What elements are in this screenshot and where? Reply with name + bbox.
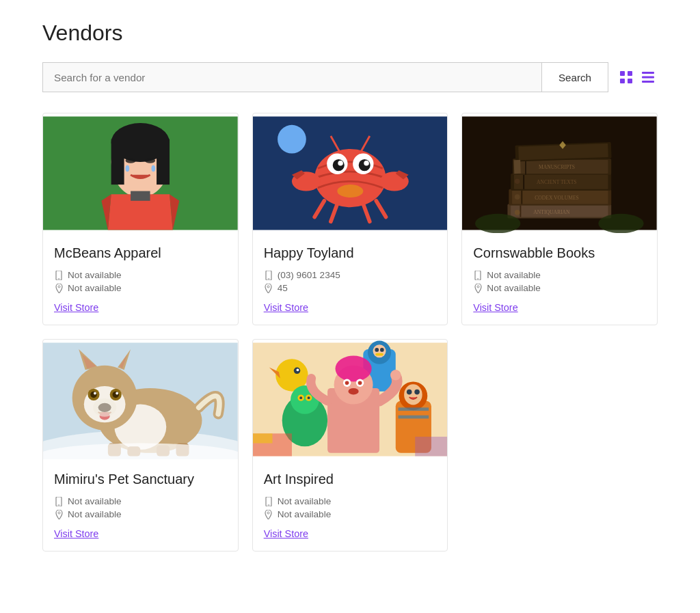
vendor-meta-mimiru: Not available Not available <box>54 496 227 519</box>
svg-point-104 <box>375 348 379 352</box>
svg-rect-16 <box>131 191 150 201</box>
vendor-location-art: Not available <box>264 509 437 519</box>
vendor-meta-toyland: (03) 9601 2345 45 <box>264 270 437 293</box>
svg-point-36 <box>337 185 363 197</box>
svg-rect-94 <box>58 504 60 505</box>
phone-icon-art <box>264 497 273 506</box>
svg-text:CODEX VOLUMES: CODEX VOLUMES <box>535 195 580 201</box>
vendor-info-mimiru: Mimiru's Pet Sanctuary Not available <box>43 459 238 551</box>
search-bar: Search <box>42 62 658 92</box>
location-icon-books <box>473 284 483 293</box>
vendor-card-toyland: Happy Toyland (03) 9601 2345 <box>252 113 448 325</box>
vendor-phone-art: Not available <box>264 496 437 506</box>
svg-point-115 <box>335 355 371 381</box>
svg-point-19 <box>58 286 60 288</box>
svg-point-112 <box>307 396 310 399</box>
svg-rect-65 <box>514 160 521 174</box>
svg-rect-11 <box>157 139 170 185</box>
page-container: Vendors Search <box>42 21 658 551</box>
svg-point-30 <box>332 159 344 171</box>
svg-rect-131 <box>415 437 447 456</box>
svg-point-31 <box>358 159 370 171</box>
svg-point-111 <box>299 396 302 399</box>
svg-rect-39 <box>267 278 269 279</box>
visit-store-mimiru[interactable]: Visit Store <box>54 528 98 539</box>
svg-point-61 <box>515 194 520 200</box>
vendors-grid: McBeans Apparel Not available <box>42 113 658 551</box>
svg-rect-127 <box>398 407 429 411</box>
list-icon <box>641 70 655 84</box>
svg-point-84 <box>116 392 118 395</box>
svg-rect-3 <box>628 79 632 83</box>
svg-rect-133 <box>267 504 269 505</box>
vendor-card-books: ANTIQUARIAN CODEX VOLUMES ANCIENT TEXTS <box>461 113 658 325</box>
svg-point-118 <box>345 381 349 385</box>
svg-rect-6 <box>642 81 654 83</box>
svg-point-32 <box>338 161 343 166</box>
search-input[interactable] <box>42 62 541 92</box>
svg-point-13 <box>145 158 155 163</box>
svg-point-81 <box>90 392 96 398</box>
svg-point-68 <box>477 286 479 288</box>
svg-point-126 <box>414 390 420 395</box>
vendor-name-art: Art Inspired <box>264 470 437 488</box>
vendor-phone-mcbeans: Not available <box>54 270 227 280</box>
svg-point-33 <box>364 161 369 166</box>
vendor-location-books: Not available <box>473 283 646 293</box>
vendor-meta-mcbeans: Not available Not available <box>54 270 227 293</box>
list-view-button[interactable] <box>638 68 658 87</box>
vendor-image-mimiru <box>43 340 238 459</box>
visit-store-books[interactable]: Visit Store <box>473 302 517 313</box>
svg-point-124 <box>404 384 422 405</box>
svg-text:ANCIENT TEXTS: ANCIENT TEXTS <box>537 179 576 185</box>
svg-rect-2 <box>620 79 625 83</box>
vendor-info-toyland: Happy Toyland (03) 9601 2345 <box>253 233 448 325</box>
svg-point-95 <box>58 512 60 514</box>
svg-point-120 <box>348 388 358 394</box>
svg-rect-5 <box>642 77 654 79</box>
svg-point-63 <box>475 214 520 233</box>
vendor-location-mcbeans: Not available <box>54 283 227 293</box>
svg-text:MANUSCRIPTS: MANUSCRIPTS <box>539 164 575 170</box>
vendor-card-mimiru: Mimiru's Pet Sanctuary Not available <box>42 339 239 551</box>
vendor-image-toyland <box>253 113 448 233</box>
vendor-card-art: Art Inspired Not available <box>252 339 448 551</box>
vendor-meta-art: Not available Not available <box>264 496 437 519</box>
vendor-name-books: Cornswabble Books <box>473 244 646 262</box>
svg-point-87 <box>93 398 116 417</box>
svg-point-119 <box>358 381 362 385</box>
svg-point-21 <box>314 149 386 207</box>
vendor-card-mcbeans: McBeans Apparel Not available <box>42 113 239 325</box>
location-icon-toyland <box>264 284 273 293</box>
view-toggle <box>617 68 658 87</box>
svg-point-83 <box>94 392 96 395</box>
svg-rect-18 <box>58 278 60 279</box>
visit-store-art[interactable]: Visit Store <box>264 528 308 539</box>
svg-point-15 <box>151 165 155 172</box>
vendor-location-toyland: 45 <box>264 283 437 293</box>
svg-point-37 <box>278 125 306 154</box>
svg-point-121 <box>390 370 401 380</box>
phone-icon-books <box>473 271 483 280</box>
svg-point-100 <box>296 368 299 371</box>
svg-point-64 <box>599 214 644 233</box>
svg-rect-128 <box>398 416 429 419</box>
svg-rect-10 <box>111 139 124 185</box>
svg-rect-1 <box>628 71 632 76</box>
vendor-image-books: ANTIQUARIAN CODEX VOLUMES ANCIENT TEXTS <box>462 113 657 233</box>
vendor-name-mimiru: Mimiru's Pet Sanctuary <box>54 470 227 488</box>
location-icon-mimiru <box>54 510 64 519</box>
svg-point-60 <box>515 210 520 215</box>
visit-store-toyland[interactable]: Visit Store <box>264 302 308 313</box>
svg-point-40 <box>267 286 269 288</box>
vendor-image-art <box>253 340 448 459</box>
vendor-location-mimiru: Not available <box>54 509 227 519</box>
page-title: Vendors <box>42 21 658 46</box>
visit-store-mcbeans[interactable]: Visit Store <box>54 302 98 313</box>
search-button[interactable]: Search <box>541 62 608 92</box>
svg-point-12 <box>126 158 136 163</box>
grid-view-button[interactable] <box>617 68 636 87</box>
vendor-info-art: Art Inspired Not available <box>253 459 448 551</box>
svg-point-134 <box>267 512 269 514</box>
svg-point-82 <box>113 392 119 398</box>
